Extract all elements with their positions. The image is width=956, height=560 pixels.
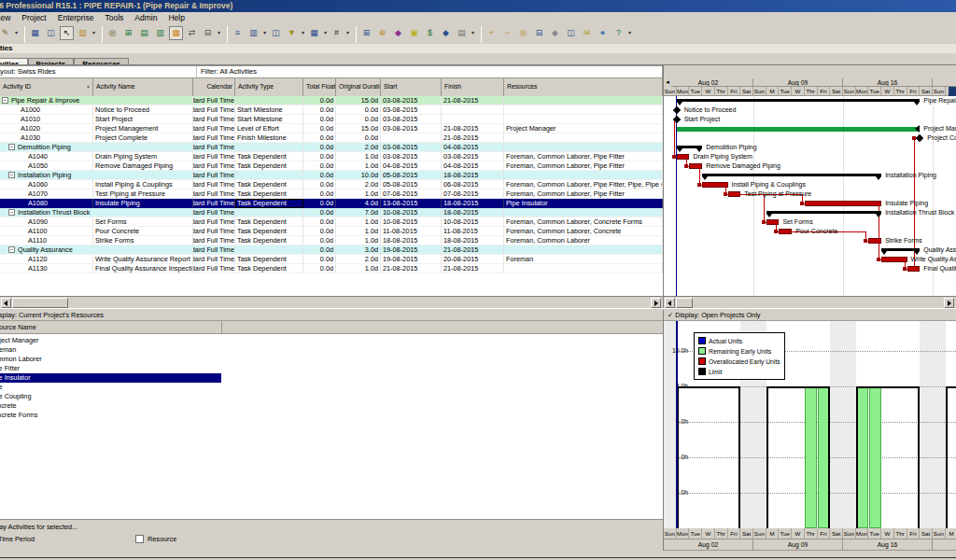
gantt-task-bar[interactable] (805, 201, 881, 206)
toolbar-overflow-icon[interactable]: ▾ (216, 26, 222, 40)
notebook-icon[interactable]: ▤ (455, 26, 469, 40)
collapse-icon[interactable]: − (8, 172, 15, 178)
vertical-split-icon[interactable]: ◫ (564, 26, 578, 40)
zoom-in-icon[interactable]: + (485, 26, 499, 40)
column-header-type[interactable]: Activity Type (235, 78, 303, 96)
resource-checkbox[interactable] (135, 535, 144, 543)
timescale-day[interactable]: W (702, 87, 715, 96)
resources-display-bar[interactable]: Display: Current Project's Resources (0, 310, 663, 321)
profile-display-bar[interactable]: ✓ Display: Open Projects Only (664, 310, 956, 321)
timescale-day[interactable]: Sat (740, 87, 753, 96)
resource-usage-icon[interactable]: ◆ (391, 26, 405, 40)
toolbar-overflow-icon[interactable]: ▾ (470, 26, 476, 40)
table-row[interactable]: A1120Write Quality Assurance ReportStand… (0, 255, 663, 264)
timescale-day[interactable]: Tue (779, 87, 792, 96)
table-row[interactable]: −Pipe Repair & ImproveStandard Full Time… (0, 96, 663, 105)
timescale-week[interactable]: Aug 16 (843, 78, 933, 87)
comment-icon[interactable]: ✉ (580, 26, 594, 40)
gantt-task-bar[interactable] (677, 154, 690, 160)
timescale-scroll-left-icon[interactable]: ◄ (664, 78, 671, 87)
table-row[interactable]: −Quality AssuranceStandard Full Time0.0d… (0, 245, 663, 255)
scroll-thumb[interactable] (676, 298, 693, 308)
layout-icon[interactable]: ▦ (28, 26, 42, 40)
assignments-icon[interactable]: ◆ (439, 26, 453, 40)
gantt-summary-bar[interactable] (677, 99, 921, 102)
gantt-task-bar[interactable] (689, 163, 702, 169)
layout-name[interactable]: Layout: Swiss Rides (0, 66, 56, 77)
curtain-icon[interactable]: ▣ (407, 26, 421, 40)
gantt-summary-bar[interactable] (766, 211, 881, 214)
table-row[interactable]: A1090Set FormsStandard Full TimeTask Dep… (0, 217, 663, 227)
wizard-icon[interactable]: ✎ (0, 26, 12, 40)
dropdown-arrow-icon[interactable]: ▾ (300, 26, 306, 40)
timescale-day[interactable]: Mon (856, 87, 869, 96)
timescale-day[interactable]: W (792, 87, 805, 96)
timescale-day[interactable]: W (881, 87, 894, 96)
resource-row[interactable]: Pipe Fitter (0, 364, 663, 373)
gantt-milestone-icon[interactable] (916, 134, 923, 142)
table-row[interactable]: A1060Install Piping & CouplingsStandard … (0, 180, 663, 189)
clock-icon[interactable]: ⊕ (375, 26, 389, 40)
resource-row[interactable]: Pipe Coupling (0, 392, 663, 401)
table-row[interactable]: A1070Test Piping at PressureStandard Ful… (0, 189, 663, 199)
group-sort-icon[interactable]: ▦ (307, 26, 321, 40)
dropdown-arrow-icon[interactable]: ▾ (261, 26, 268, 40)
collapse-icon[interactable]: − (8, 209, 15, 216)
timescale-day[interactable]: Fri (907, 87, 921, 96)
gantt-hscrollbar[interactable] (664, 296, 956, 308)
menu-help[interactable]: Help (162, 12, 190, 24)
timescale-day[interactable]: Sat (830, 87, 843, 96)
bars-icon[interactable]: ≡ (231, 26, 245, 40)
table-row[interactable]: A1100Pour ConcreteStandard Full TimeTask… (0, 227, 663, 236)
table-row[interactable]: A1130Final Quality Assurance InspectionS… (0, 264, 663, 273)
diamond-icon[interactable]: ◆ (548, 26, 562, 40)
column-header-float[interactable]: Total Float (303, 78, 336, 96)
zoom-icon[interactable]: ◎ (516, 26, 530, 40)
table-hscrollbar[interactable] (0, 296, 663, 308)
timescale-day[interactable]: Thr (805, 87, 818, 96)
table-row[interactable]: A1010Start ProjectStandard Full TimeStar… (0, 115, 663, 124)
toolbar-overflow-icon[interactable]: ▾ (91, 26, 97, 40)
paste-icon[interactable]: ▥ (153, 26, 167, 40)
resource-row[interactable]: Foreman (0, 345, 663, 355)
collapse-icon[interactable]: − (8, 144, 15, 150)
table-row[interactable]: A1110Strike FormsStandard Full TimeTask … (0, 236, 663, 245)
table-row[interactable]: A1050Remove Damaged PipingStandard Full … (0, 161, 663, 171)
table-row[interactable]: A1030Project CompleteStandard Full TimeF… (0, 133, 663, 143)
tab-projects[interactable]: Projects (28, 58, 75, 65)
timescale-week[interactable] (933, 78, 956, 87)
zoom-out-icon[interactable]: − (500, 26, 514, 40)
timescale-day[interactable]: Thr (894, 87, 907, 96)
menu-view[interactable]: View (0, 12, 16, 24)
gantt-task-bar[interactable] (907, 266, 921, 272)
collapse-icon[interactable]: − (2, 97, 8, 104)
column-header-start[interactable]: Start (381, 78, 442, 96)
table-row[interactable]: −Installation Thrust BlockStandard Full … (0, 208, 663, 217)
gantt-task-bar[interactable] (702, 182, 727, 188)
tab-resources[interactable]: Resources (74, 58, 129, 65)
toolbar-overflow-icon[interactable]: ▾ (626, 26, 633, 40)
help-icon[interactable]: ? (612, 26, 626, 40)
profile-timescale[interactable]: SunMonTueWThrFriSatAug 02SunMTueWThrFriS… (664, 528, 956, 551)
gantt-timescale[interactable]: Aug 02SunMonTueWThrFriSatAug 09SunMTueWT… (664, 78, 956, 96)
toolbar-overflow-icon[interactable]: ▾ (13, 26, 20, 40)
vertical-splitter[interactable] (663, 65, 664, 308)
copy-icon[interactable]: ▤ (137, 26, 151, 40)
resource-row[interactable]: Concrete (0, 401, 663, 411)
filter-icon[interactable]: ▼ (285, 26, 299, 40)
scroll-thumb[interactable] (12, 298, 68, 308)
gantt-loe-bar[interactable] (677, 127, 921, 132)
column-header-finish[interactable]: Finish (442, 78, 504, 96)
table-row[interactable]: −Installation PipingStandard Full Time0.… (0, 171, 663, 180)
timescale-day[interactable]: Sun (664, 87, 677, 96)
timescale-day[interactable]: Tue (868, 87, 881, 96)
menu-project[interactable]: Project (16, 12, 51, 24)
horizontal-split-icon[interactable]: ⊟ (532, 26, 546, 40)
timescale-week[interactable]: Aug 02 (664, 78, 753, 87)
scroll-right-button[interactable] (651, 298, 661, 308)
gantt-task-bar[interactable] (881, 257, 907, 262)
collapse-icon[interactable]: − (8, 246, 15, 253)
select-arrow-icon[interactable]: ↖ (60, 26, 74, 40)
progress-spotlight-icon[interactable]: ▥ (76, 26, 90, 40)
column-header-name[interactable]: Activity Name (93, 78, 193, 96)
